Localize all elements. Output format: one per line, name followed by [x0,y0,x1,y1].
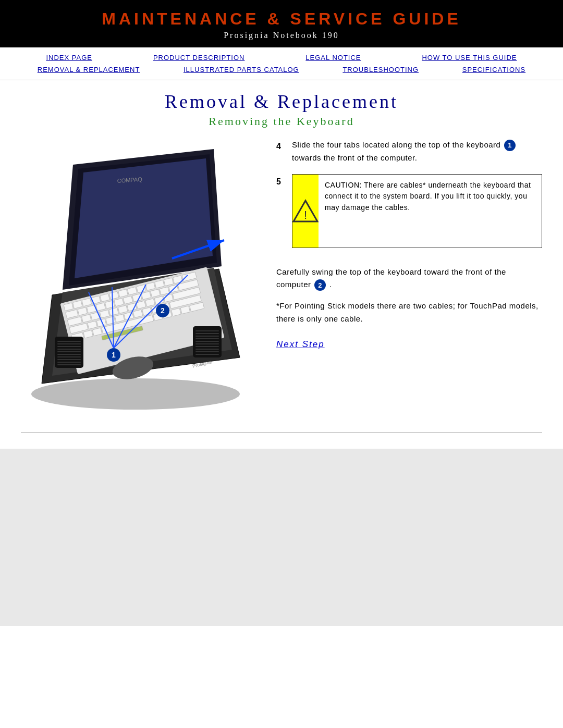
caution-box: ! CAUTION: There are cables* underneath … [292,174,542,248]
header-subtitle: Prosignia Notebook 190 [10,31,553,40]
page-subtitle: Removing the Keyboard [21,115,542,128]
para-cables-text: *For Pointing Stick models there are two… [276,300,542,326]
svg-rect-82 [195,346,219,347]
nav-removal-replacement[interactable]: REMOVAL & REPLACEMENT [38,66,140,73]
page-title-section: Removal & Replacement Removing the Keybo… [21,91,542,128]
svg-text:2: 2 [161,306,165,315]
svg-rect-74 [57,364,81,365]
svg-rect-85 [195,354,219,355]
svg-rect-69 [57,351,81,352]
svg-rect-76 [195,330,219,331]
bottom-border [21,433,542,433]
svg-point-0 [31,378,240,410]
badge-2: 2 [314,279,326,291]
step-4: 4 Slide the four tabs located along the … [276,139,542,165]
svg-text:!: ! [304,208,308,221]
para-swing-text: Carefully swing the top of the keyboard … [276,266,542,292]
svg-rect-72 [57,359,81,360]
step-5: 5 ! CAUTION: There are cables* underneat… [276,174,542,256]
laptop-diagram: COMPAQ [21,139,261,415]
main-title: MAINTENANCE & SERVICE GUIDE [10,9,553,29]
header: MAINTENANCE & SERVICE GUIDE Prosignia No… [0,0,563,47]
svg-rect-71 [57,356,81,357]
svg-rect-78 [195,336,219,337]
svg-rect-70 [57,354,81,355]
svg-rect-65 [57,341,81,342]
step-5-number: 5 [276,174,287,189]
svg-rect-79 [195,338,219,339]
navigation: INDEX PAGE PRODUCT DESCRIPTION LEGAL NOT… [0,47,563,80]
nav-specifications[interactable]: SPECIFICATIONS [462,66,525,73]
svg-rect-73 [57,362,81,363]
step-4-text: Slide the four tabs located along the to… [292,139,542,165]
svg-rect-83 [195,349,219,350]
caution-yellow-bar: ! [292,175,319,248]
nav-product-description[interactable]: PRODUCT DESCRIPTION [153,54,245,61]
caution-box-wrapper: ! CAUTION: There are cables* underneath … [292,174,542,256]
svg-rect-81 [195,343,219,344]
right-instructions: 4 Slide the four tabs located along the … [276,139,542,351]
svg-rect-66 [57,343,81,344]
nav-row-2: REMOVAL & REPLACEMENT ILLUSTRATED PARTS … [0,64,563,76]
svg-text:1: 1 [112,351,116,359]
svg-rect-84 [195,351,219,352]
badge-1: 1 [504,140,516,151]
nav-index-page[interactable]: INDEX PAGE [46,54,92,61]
footer-area [0,449,563,626]
main-content: Removal & Replacement Removing the Keybo… [0,80,563,449]
svg-rect-77 [195,333,219,334]
nav-legal-notice[interactable]: LEGAL NOTICE [305,54,361,61]
nav-row-1: INDEX PAGE PRODUCT DESCRIPTION LEGAL NOT… [0,52,563,64]
step-4-number: 4 [276,139,287,153]
content-area: COMPAQ [21,139,542,417]
svg-rect-80 [195,341,219,342]
page-title: Removal & Replacement [21,91,542,113]
laptop-image-area: COMPAQ [21,139,261,417]
nav-troubleshooting[interactable]: TROUBLESHOOTING [342,66,419,73]
svg-rect-68 [57,349,81,350]
nav-illustrated-parts[interactable]: ILLUSTRATED PARTS CATALOG [183,66,299,73]
next-step-link[interactable]: Next Step [276,337,325,351]
svg-rect-67 [57,346,81,347]
nav-how-to-use[interactable]: HOW TO USE THIS GUIDE [422,54,517,61]
warning-triangle-icon: ! [292,198,319,224]
caution-text: CAUTION: There are cables* underneath th… [319,175,542,248]
